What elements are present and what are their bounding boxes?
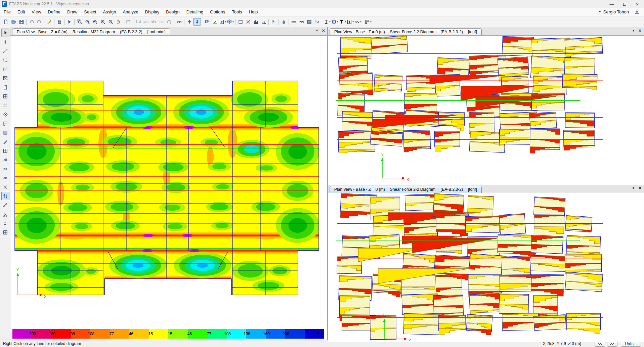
menu-detailing[interactable]: Detailing bbox=[183, 8, 207, 15]
area-select-button[interactable] bbox=[1, 128, 9, 137]
pane-close-icon[interactable]: × bbox=[639, 186, 641, 190]
menu-design[interactable]: Design bbox=[163, 8, 183, 15]
previous-perspective-button[interactable] bbox=[124, 18, 132, 26]
move-up-in-list-button[interactable] bbox=[185, 18, 193, 26]
menu-edit[interactable]: Edit bbox=[14, 8, 28, 15]
menu-analyze[interactable]: Analyze bbox=[119, 8, 141, 15]
show-extrusion-button[interactable] bbox=[252, 18, 260, 26]
menu-select[interactable]: Select bbox=[81, 8, 99, 15]
menu-view[interactable]: View bbox=[28, 8, 44, 15]
close-button[interactable]: × bbox=[631, 0, 644, 8]
wall-section-button[interactable]: ▾ bbox=[331, 18, 339, 26]
menu-define[interactable]: Define bbox=[44, 8, 64, 15]
fine-grid-button[interactable] bbox=[1, 228, 9, 236]
moment-contour-plot: YX bbox=[10, 36, 327, 327]
restore-full-view-button[interactable] bbox=[83, 18, 91, 26]
intersect-cut-button[interactable] bbox=[1, 183, 9, 191]
show-rendering-button[interactable] bbox=[305, 18, 313, 26]
menu-file[interactable]: File bbox=[0, 8, 14, 15]
deselect-button[interactable] bbox=[1, 74, 9, 82]
view-elevation-button[interactable]: elv bbox=[150, 18, 158, 26]
pane-menu-icon[interactable]: ▼ bbox=[632, 186, 635, 190]
redo-button[interactable] bbox=[35, 18, 43, 26]
plus-minus-button[interactable] bbox=[1, 219, 9, 227]
draw-rectangle-button[interactable] bbox=[237, 18, 244, 26]
show-diagram-button[interactable] bbox=[260, 18, 267, 26]
rot-icon bbox=[167, 19, 172, 25]
menu-help[interactable]: Help bbox=[246, 8, 261, 15]
support-button[interactable]: ▾ bbox=[339, 18, 346, 26]
zoom-in-button[interactable] bbox=[99, 18, 106, 26]
minimize-button[interactable]: — bbox=[605, 0, 618, 8]
rubber-band-zoom-button[interactable] bbox=[76, 18, 83, 26]
pointer-select-button[interactable] bbox=[1, 29, 9, 37]
zoom-out-button[interactable] bbox=[106, 18, 114, 26]
frame-section-button[interactable]: ▾ bbox=[323, 18, 331, 26]
user-menu[interactable]: ▼ Sergio Tobon bbox=[599, 9, 640, 15]
object-shading-button[interactable]: ▾ bbox=[226, 18, 234, 26]
dimension-lines-button[interactable] bbox=[290, 18, 298, 26]
arrowup-icon bbox=[187, 19, 192, 25]
moment-contour-viewport[interactable]: YX -200-169-138-108-77-46-15154677108138… bbox=[10, 35, 327, 340]
run-analysis-button[interactable] bbox=[66, 18, 73, 26]
pan-button[interactable] bbox=[114, 18, 122, 26]
corner-tool-button[interactable] bbox=[1, 119, 9, 128]
reshape-object-button[interactable] bbox=[1, 38, 9, 46]
object-view-button[interactable] bbox=[175, 18, 183, 26]
grid-button[interactable] bbox=[1, 92, 9, 100]
tab-resultant-m22-diagram[interactable]: Plan View - Base - Z = 0 (m)Resultant M2… bbox=[12, 28, 170, 35]
edit-drawing-button[interactable] bbox=[45, 18, 53, 26]
measure-button[interactable] bbox=[1, 201, 9, 209]
select-object-button[interactable] bbox=[203, 18, 211, 26]
shear-bottom-viewport[interactable]: YX bbox=[328, 193, 644, 342]
flip-diagram-button[interactable] bbox=[1, 192, 9, 200]
menu-tools[interactable]: Tools bbox=[228, 8, 245, 15]
download-icon[interactable] bbox=[634, 9, 640, 15]
trim-button[interactable] bbox=[1, 210, 9, 218]
menu-options[interactable]: Options bbox=[207, 8, 228, 15]
spring-button[interactable]: ▾ bbox=[354, 18, 362, 26]
view-3d-button[interactable]: 3-d bbox=[134, 18, 142, 26]
move-down-in-list-button[interactable] bbox=[193, 18, 201, 26]
open-model-button[interactable] bbox=[10, 18, 17, 26]
joint-box-button[interactable]: ▾ bbox=[346, 18, 354, 26]
select-all-button[interactable]: all bbox=[1, 156, 9, 164]
new-view-button[interactable] bbox=[1, 83, 9, 91]
mesh-button[interactable] bbox=[1, 146, 9, 155]
frame-properties-button[interactable] bbox=[270, 18, 277, 26]
clear-selection-button[interactable]: clr bbox=[1, 174, 9, 182]
move-points-button[interactable] bbox=[313, 18, 321, 26]
undo-button[interactable] bbox=[28, 18, 35, 26]
tab-shear-force-2-2-top[interactable]: Plan View - Base - Z = 0 (m)Shear Force … bbox=[330, 28, 482, 35]
pane-menu-icon[interactable]: ▼ bbox=[315, 29, 318, 32]
menu-draw[interactable]: Draw bbox=[64, 8, 81, 15]
check-model-button[interactable] bbox=[211, 18, 219, 26]
view-named-button[interactable]: nd bbox=[158, 18, 165, 26]
save-model-button[interactable] bbox=[17, 18, 25, 26]
menu-assign[interactable]: Assign bbox=[99, 8, 119, 15]
guide-grid-button[interactable] bbox=[1, 101, 9, 110]
pane-menu-icon[interactable]: ▼ bbox=[632, 29, 635, 32]
divide-button[interactable] bbox=[1, 137, 9, 146]
snap-point-button[interactable] bbox=[1, 110, 9, 119]
new-model-button[interactable] bbox=[2, 18, 10, 26]
previous-zoom-button[interactable] bbox=[91, 18, 99, 26]
maximize-button[interactable] bbox=[618, 0, 631, 8]
pane-close-icon[interactable]: × bbox=[639, 29, 641, 32]
add-grid-button[interactable]: ▾ bbox=[219, 18, 226, 26]
draw-line-button[interactable] bbox=[1, 47, 9, 55]
select-points-button[interactable] bbox=[1, 65, 9, 73]
previous-selection-button[interactable]: ps bbox=[1, 165, 9, 173]
lock-model-button[interactable] bbox=[55, 18, 63, 26]
window-select-button[interactable] bbox=[1, 56, 9, 64]
point-load-button[interactable] bbox=[280, 18, 288, 26]
truss-bridge-button[interactable] bbox=[298, 18, 305, 26]
rotate-view-button[interactable] bbox=[165, 18, 173, 26]
pane-close-icon[interactable]: × bbox=[322, 29, 325, 32]
menu-display[interactable]: Display bbox=[142, 8, 163, 15]
view-plan-button[interactable]: pln bbox=[142, 18, 150, 26]
snap-intersection-button[interactable] bbox=[244, 18, 252, 26]
frame-corner-button[interactable]: ▾ bbox=[364, 18, 372, 26]
tab-shear-force-2-2-bottom[interactable]: Plan View - Base - Z = 0 (m)Shear Force … bbox=[330, 186, 482, 193]
shear-top-viewport[interactable]: YX bbox=[328, 35, 644, 185]
